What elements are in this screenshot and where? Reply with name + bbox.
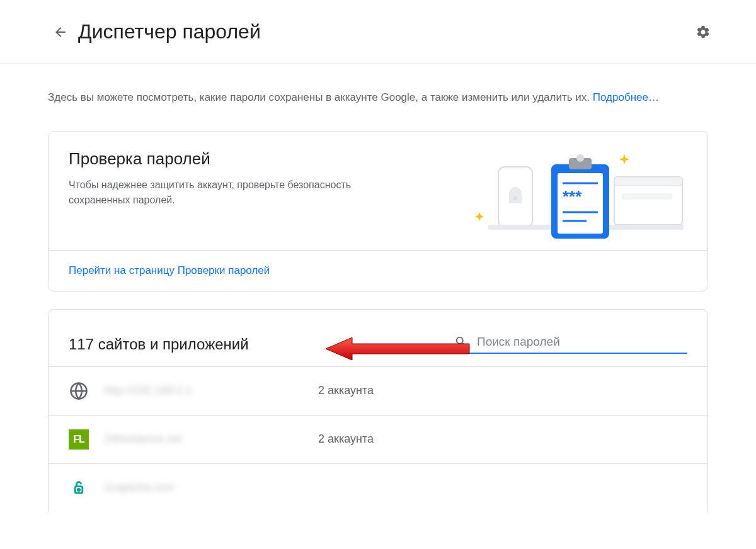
- password-row[interactable]: FL 24freelance.net 2 аккаунта: [49, 415, 707, 463]
- svg-marker-14: [326, 337, 469, 360]
- arrow-left-icon: [53, 25, 68, 40]
- checkup-link[interactable]: Перейти на страницу Проверки паролей: [49, 251, 707, 291]
- password-row[interactable]: 2captcha.com: [49, 463, 707, 512]
- svg-point-4: [513, 196, 517, 200]
- back-button[interactable]: [48, 20, 73, 45]
- svg-text:***: ***: [563, 187, 582, 206]
- settings-button[interactable]: [690, 20, 716, 45]
- arrow-annotation: [326, 336, 471, 361]
- svg-rect-1: [614, 177, 682, 186]
- checkup-illustration: ***: [461, 149, 687, 250]
- svg-point-8: [576, 154, 584, 162]
- password-checkup-card: Проверка паролей Чтобы надежнее защитить…: [48, 131, 708, 291]
- site-favicon: FL: [69, 429, 89, 450]
- svg-point-18: [77, 489, 79, 490]
- checkup-title: Проверка паролей: [69, 149, 450, 169]
- learn-more-link[interactable]: Подробнее…: [593, 91, 659, 103]
- search-field[interactable]: [454, 335, 687, 354]
- site-name: 2captcha.com: [104, 481, 318, 494]
- site-favicon: [69, 478, 89, 498]
- search-input[interactable]: [477, 335, 687, 349]
- globe-icon: [69, 381, 89, 401]
- gear-icon: [696, 25, 711, 40]
- checkup-description: Чтобы надежнее защитить аккаунт, проверь…: [69, 178, 396, 208]
- site-name: 24freelance.net: [104, 433, 318, 446]
- password-row[interactable]: http://192.168.0.1 2 аккаунта: [49, 366, 707, 415]
- accounts-count: 2 аккаунта: [318, 384, 374, 397]
- accounts-count: 2 аккаунта: [318, 433, 374, 446]
- site-name: http://192.168.0.1: [104, 384, 318, 397]
- svg-rect-2: [622, 193, 672, 200]
- password-list-card: 117 сайтов и приложений http://192.168.: [48, 309, 708, 512]
- list-heading: 117 сайтов и приложений: [69, 336, 249, 353]
- intro-text: Здесь вы можете посмотреть, какие пароли…: [48, 89, 708, 106]
- page-title: Диспетчер паролей: [78, 20, 261, 43]
